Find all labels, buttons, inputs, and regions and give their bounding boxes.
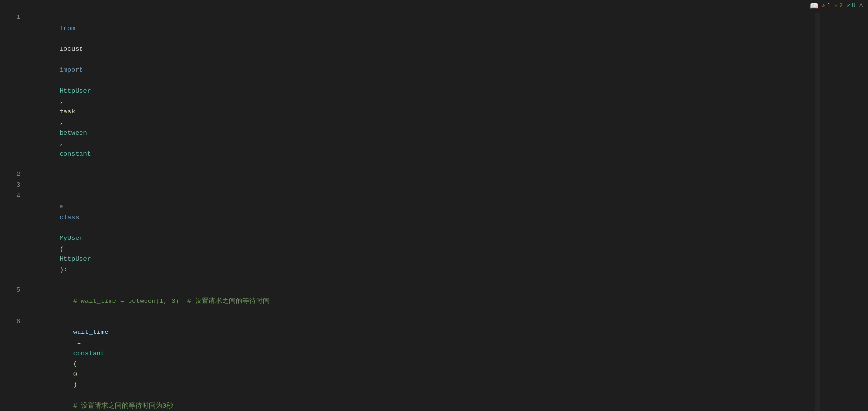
editor-area: 1 from locust import HttpUser , task , b…	[0, 13, 868, 411]
comma2: ,	[60, 119, 67, 126]
top-bar-icons: 📖 ⚠ 1 ⚠ 2 ✓ 8 ^	[810, 1, 863, 12]
module-locust: locust	[60, 46, 83, 53]
comma3: ,	[60, 140, 67, 147]
num-0: 0	[73, 371, 77, 378]
code-editor[interactable]: 1 from locust import HttpUser , task , b…	[7, 13, 815, 411]
line-content-1: from locust import HttpUser , task , bet…	[28, 13, 815, 170]
class-myuser: MyUser	[60, 235, 83, 242]
code-line-5: 5 # wait_time = between(1, 3) # 设置请求之间的等…	[9, 285, 815, 317]
check-icon: ✓	[847, 1, 850, 11]
warning-2[interactable]: ⚠ 2	[835, 1, 843, 11]
warning-1-count: 1	[827, 1, 831, 11]
space	[60, 77, 64, 84]
line-number-5: 5	[9, 285, 28, 296]
minimap-panel	[820, 13, 868, 411]
fold-4[interactable]: ⊖	[60, 204, 63, 210]
line-number-6: 6	[9, 317, 28, 327]
warning-1-icon: ⚠	[822, 1, 825, 11]
scrollbar-right[interactable]	[815, 13, 820, 411]
warning-2-icon: ⚠	[835, 1, 838, 11]
paren2: ):	[60, 266, 67, 273]
kw-class: class	[60, 214, 80, 221]
line-content-4: ⊖ class MyUser ( HttpUser ):	[28, 191, 815, 285]
caret-icon[interactable]: ^	[859, 1, 863, 12]
warning-2-count: 2	[839, 1, 843, 11]
class-httpuser: HttpUser	[60, 255, 91, 263]
kw-import: import	[60, 66, 83, 74]
space2	[73, 392, 81, 399]
import-constant: constant	[60, 150, 91, 158]
line-number-3: 3	[9, 180, 28, 190]
line-number-1: 1	[9, 13, 28, 23]
space	[60, 35, 64, 42]
code-line-6: 6 wait_time = constant ( 0 ) # 设置请求之间的等待…	[9, 317, 815, 411]
line-content-5: # wait_time = between(1, 3) # 设置请求之间的等待时…	[28, 285, 815, 317]
paren3: (	[73, 360, 77, 367]
warning-1[interactable]: ⚠ 1	[822, 1, 830, 11]
space: =	[73, 339, 85, 347]
line-number-2: 2	[9, 170, 28, 180]
code-line-2: 2	[9, 170, 815, 180]
check-badge[interactable]: ✓ 8	[847, 1, 855, 11]
line-number-4: 4	[9, 191, 28, 202]
comment-constant: # 设置请求之间的等待时间为0秒	[73, 402, 173, 410]
paren4: )	[73, 381, 77, 388]
import-task: task	[60, 108, 75, 115]
top-bar: 📖 ⚠ 1 ⚠ 2 ✓ 8 ^	[0, 0, 868, 13]
import-httpuser: HttpUser	[60, 87, 91, 95]
space	[60, 56, 64, 63]
code-line-3: 3	[9, 180, 815, 191]
fn-constant: constant	[73, 350, 105, 357]
var-wait-time: wait_time	[73, 329, 109, 336]
comma1: ,	[60, 98, 67, 105]
paren1: (	[60, 245, 64, 253]
code-line-1: 1 from locust import HttpUser , task , b…	[9, 13, 815, 170]
comment-wait: # wait_time = between(1, 3) # 设置请求之间的等待时…	[73, 298, 270, 305]
space	[60, 224, 64, 231]
import-between: between	[60, 129, 87, 137]
kw-from: from	[60, 25, 75, 32]
line-content-6: wait_time = constant ( 0 ) # 设置请求之间的等待时间…	[28, 317, 815, 411]
book-icon[interactable]: 📖	[810, 1, 818, 12]
check-count: 8	[852, 1, 855, 11]
code-line-4: 4 ⊖ class MyUser ( HttpUser ):	[9, 191, 815, 285]
left-gutter	[0, 13, 7, 411]
